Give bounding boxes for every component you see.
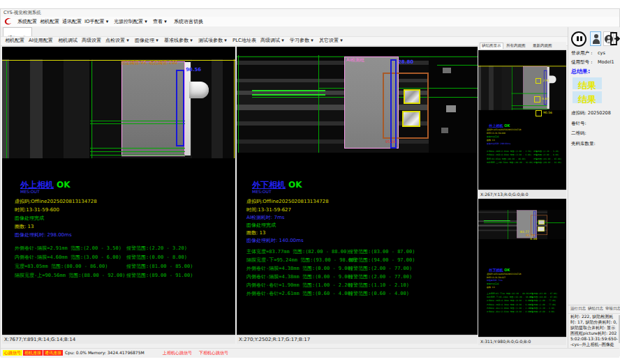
cpu-memory-text: Cpu: 0.0% Memory: 3424.41796875M [65,351,145,355]
log-tab-run[interactable]: 运行日志 [570,307,586,311]
texture-strip [9,59,30,158]
mini-bottom-panel[interactable]: 83.77 95.24 4.38 外下相机 OK 虚拟码:Offline2025… [478,199,566,337]
texture-band [237,139,429,144]
left-camera-image[interactable]: 固定阈值:93, 动态阈值:100 90.56 [2,59,235,158]
camera-name: 外上相机 [20,181,54,189]
tool-advanced-debug[interactable]: 高级调试 ▾ [260,38,284,43]
alarm-range: 报警范围:(89.00 - 91.00) [126,273,193,278]
dark-right-zone [547,210,565,239]
measure-value-label: 28.80 [398,60,413,65]
menu-light-config[interactable]: 光源控制配置 ▾ [114,20,147,24]
measure-value-label: 90.56 [186,68,201,73]
menu-io-config[interactable]: IO手配置 ▾ [84,20,108,24]
app-logo-icon [3,17,13,26]
menu-bar: 系统配置 相机配置 通讯配置 IO手配置 ▾ 光源控制配置 ▾ 查看 ▾ 系统语… [1,17,619,26]
right-camera-image[interactable]: AI检测框 28.80 95.24 [237,55,478,153]
left-coord-bar: X:7677;Y:891;R:14;G:14;B:14 [2,335,235,344]
tab-defect-image[interactable]: 缺陷图显示 [480,43,503,49]
menu-camera-config[interactable]: 相机配置 [40,20,59,24]
tool-ai-config[interactable]: AI使用配置 [29,38,53,43]
tab-all-inner-images[interactable]: 所有内观图 [506,44,526,48]
tool-other-settings[interactable]: 其它设置 ▾ [319,38,343,43]
menu-language-switch[interactable]: 系统语言切换 [174,20,203,24]
status-ok: OK [57,181,71,189]
log-tab-defect[interactable]: 缺陷日志 [588,307,603,311]
measure-line [512,93,549,94]
elapsed-line: 图像处理耗时: 140.00ms [246,238,304,243]
roi-blue-rect [390,59,397,149]
tool-spot-check[interactable]: 点检设置 ▾ [105,38,129,43]
turns-line: 圈数: 13 [246,231,266,236]
roi-yellow-rect [404,89,420,104]
texture-strip [489,66,494,110]
mini-tab-row: 缺陷图显示 所有内观图 最新内观图 [478,42,566,50]
guide-line-vertical [318,55,319,153]
measurement-row: 主体宽度=83.77mm 范围:(82.00 - 88.00) [246,250,349,255]
user-login-button[interactable] [590,31,601,46]
guide-line-vertical [512,66,512,110]
guide-line-vertical [6,61,7,158]
elapsed-line: 图像处理耗时: 298.00ms [15,233,72,238]
alarm-range: 报警范围:(1.10 - 2.10) [348,283,409,288]
edge-segment [252,94,325,96]
status-ok: OK [288,181,302,189]
result-box-upper: 结果 [573,77,602,89]
log-text: 耗时: 222, 缺陷检测耗时: 17, 缺陷分类耗时: 0, 缺陷提取合并耗时… [570,314,618,353]
result-box-lower: 结果 [573,91,602,103]
mini-bottom-coord-bar: X:311;Y:980;R:0;G:0;B:0 [478,337,566,345]
tool-image-process[interactable]: 图像处理 ▾ [135,38,158,43]
measurement-row: 内侧卷针-隔膜=4.60mm 范围:(3.00 - 6.00) [15,255,121,260]
needle-field: 卷针号: [571,121,586,126]
mini-top-panel[interactable]: 2.91 4.60 90.56 外上相机 OK 虚拟码:Offline20250… [478,50,566,190]
pixel-coords: X:270;Y:2502;R:17;G:17;B:17 [239,337,310,342]
tool-camera-config[interactable]: 相机配置 [5,38,24,43]
defect-label: 90.56 [543,112,552,115]
alarm-range: 报警范围:(2.00 - 77.00) [348,275,412,280]
window-title: CYS-视觉检测系统 [3,10,41,15]
metal-blob [443,68,451,73]
edge-segment [484,220,510,221]
tool-plc-address[interactable]: PLC地址表 [232,38,256,43]
tool-test-params[interactable]: 测试项参数 ▾ [198,38,227,43]
right-camera-panel: AI检测框 28.80 95.24 外下相机 OK MES:OUT 虚拟码:Of… [237,47,478,335]
defect-box [536,78,541,84]
lower-camera-heartbeat: 下相机心跳信号 [199,351,228,355]
log-tab-audit[interactable]: 审核日志 [605,307,620,311]
menu-view[interactable]: 查看 ▾ [153,20,167,24]
measure-line [90,151,189,152]
roi-yellow-rect [538,227,544,232]
exit-button[interactable] [610,31,620,46]
left-camera-panel: 固定阈值:93, 动态阈值:100 90.56 外上相机 OK MES:OUT … [2,47,235,335]
vcode-field: 虚拟码: 20250208 [571,111,611,116]
pixel-coords: X:311;Y:980;R:0;G:0;B:0 [480,339,531,344]
threshold-label: 固定阈值:93, 动态阈值:100 [121,61,177,66]
alarm-range: 报警范围:(0.60 - 4.00) [348,291,409,296]
texture-strip [212,59,223,158]
baseline-yellow-top [2,60,235,61]
measurement-row: 内侧卷针-隔膜=4.38mm 范围:(0.00 - 9.00) [246,275,353,280]
tool-learn-params[interactable]: 学习参数 ▾ [290,38,313,43]
alarm-range: 报警范围:(83.00 - 87.00) [348,250,415,255]
pixel-coords: X:267;Y:13;R:0;G:0;B:0 [480,192,528,197]
measure-line [90,148,189,149]
guide-line-vertical [508,210,508,239]
defect-label: 2.91 [542,79,549,83]
defect-box [536,110,542,116]
metal-blob [446,105,456,112]
roi-yellow-rect [538,220,545,225]
tool-camera-debug[interactable]: 相机调试 [58,38,78,43]
mes-line: MES:OUT [20,190,40,194]
stock-field: 壳料库数量: [571,142,596,146]
tab-latest-inner-images[interactable]: 最新内观图 [533,44,552,48]
tab-run-image[interactable]: 运行图像 [3,27,32,36]
tool-advanced-settings[interactable]: 高级设置 [82,38,101,43]
user-icon-body [593,39,600,44]
tool-baseline-params[interactable]: 基准线参数 ▾ [164,38,193,43]
heartbeat-badge: 心跳信号 [3,350,22,356]
pause-button[interactable] [571,31,586,47]
alarm-range: 报警范围:(94.00 - 97.00) [348,258,415,263]
measurement-row: 外侧卷针-隔膜=4.38mm 范围:(0.00 - 9.00) [246,266,353,271]
menu-system-config[interactable]: 系统配置 [17,20,37,24]
measurement-row: 外侧卷针-卷针=2.61mm 范围:(0.60 - 4.00) [246,291,353,296]
menu-comm-config[interactable]: 通讯配置 [62,20,82,24]
